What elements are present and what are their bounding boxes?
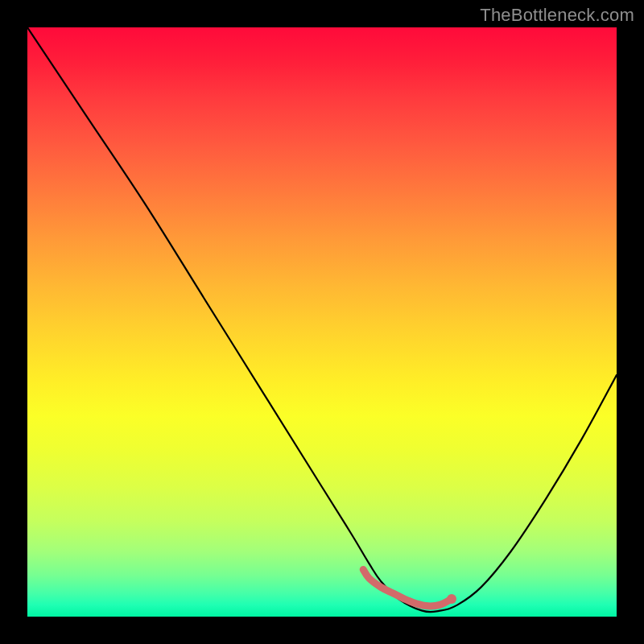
highlight-point [447,594,456,604]
plot-area [27,27,617,617]
watermark-text: TheBottleneck.com [480,5,634,26]
curve-layer [27,27,617,617]
curve-line [27,27,617,612]
chart-frame: TheBottleneck.com [0,0,644,644]
